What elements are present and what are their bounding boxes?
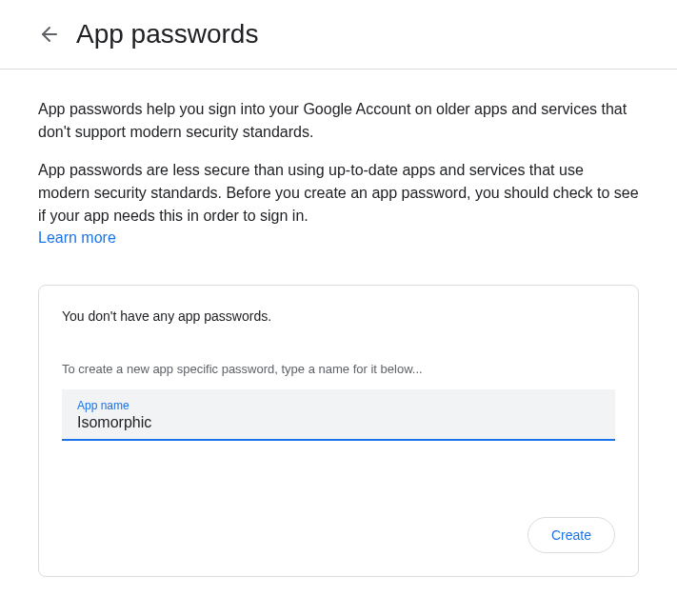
create-button[interactable]: Create [528, 517, 615, 553]
page-title: App passwords [76, 19, 258, 50]
learn-more-link[interactable]: Learn more [38, 229, 116, 247]
description-paragraph-2: App passwords are less secure than using… [38, 159, 639, 228]
page-content: App passwords help you sign into your Go… [0, 70, 677, 606]
description-paragraph-1: App passwords help you sign into your Go… [38, 98, 639, 144]
app-name-label: App name [77, 399, 600, 412]
status-text: You don't have any app passwords. [62, 308, 615, 324]
app-name-field-wrapper[interactable]: App name [62, 389, 615, 441]
instruction-text: To create a new app specific password, t… [62, 362, 615, 376]
page-header: App passwords [0, 0, 677, 70]
app-name-input[interactable] [77, 414, 600, 431]
arrow-left-icon [38, 23, 61, 46]
app-passwords-card: You don't have any app passwords. To cre… [38, 285, 639, 577]
back-button[interactable] [38, 23, 61, 46]
button-row: Create [62, 517, 615, 553]
